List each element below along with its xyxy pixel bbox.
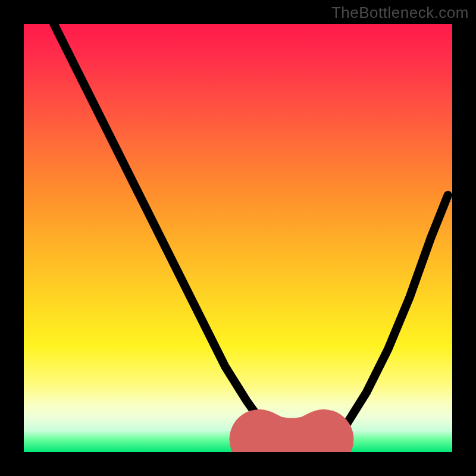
curve-svg <box>24 24 452 452</box>
bottleneck-highlight <box>259 439 324 447</box>
bottleneck-curve <box>54 24 447 448</box>
chart-frame: TheBottleneck.com <box>0 0 476 476</box>
plot-area <box>24 24 452 452</box>
watermark-text: TheBottleneck.com <box>331 4 469 22</box>
